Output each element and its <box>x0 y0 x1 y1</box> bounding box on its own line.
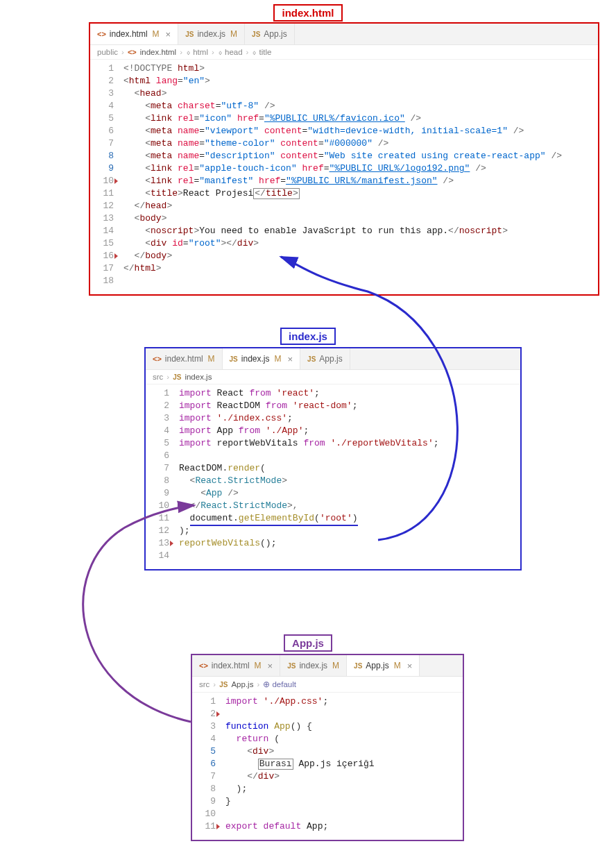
code-line: } <box>225 795 463 808</box>
crumb[interactable]: index.js <box>185 373 212 381</box>
code-line: <div> <box>225 745 463 758</box>
code-area-3[interactable]: 1234567891011 import './App.css';functio… <box>192 693 463 840</box>
close-icon[interactable]: × <box>287 354 293 364</box>
line-number: 13 <box>148 537 169 550</box>
line-number: 8 <box>93 150 114 162</box>
line-numbers-1: 123456789101112131415161718 <box>90 62 119 287</box>
tab-App-js[interactable]: JSApp.jsM× <box>347 655 420 676</box>
line-number: 4 <box>195 733 216 745</box>
line-number: 2 <box>195 708 216 720</box>
code-area-2[interactable]: 1234567891011121314 import React from 'r… <box>146 384 520 569</box>
chevron-right-icon: › <box>257 680 259 688</box>
code-line: import App from './App'; <box>179 425 520 437</box>
tab-index-js[interactable]: JSindex.jsM <box>178 24 245 44</box>
line-number: 18 <box>93 275 114 287</box>
line-number: 10 <box>195 808 216 820</box>
code-line: <meta name="theme-color" content="#00000… <box>123 137 598 150</box>
code-line: Burası App.js içeriği <box>225 758 463 770</box>
tab-App-js[interactable]: JSApp.js <box>300 348 350 369</box>
js-icon: JS <box>354 662 362 670</box>
code-line: import './App.css'; <box>225 695 463 708</box>
crumb[interactable]: ⬨ html <box>186 48 208 56</box>
tabs-2: <>index.htmlMJSindex.jsM×JSApp.js <box>146 348 520 370</box>
code-line: <div id="root"></div> <box>123 237 598 250</box>
tab-index-html[interactable]: <>index.htmlM× <box>192 655 280 676</box>
crumb[interactable]: src <box>153 373 163 381</box>
line-number: 8 <box>195 783 216 795</box>
code-line: import './index.css'; <box>179 412 520 425</box>
js-icon: JS <box>219 681 228 688</box>
code-line: <App /> <box>179 487 520 500</box>
crumb[interactable]: ⬨ title <box>252 48 271 56</box>
tab-index-js[interactable]: JSindex.jsM× <box>223 348 301 369</box>
line-number: 6 <box>93 125 114 137</box>
line-number: 14 <box>93 225 114 237</box>
line-number: 15 <box>93 237 114 250</box>
code-line: <meta charset="utf-8" /> <box>123 100 598 112</box>
crumb[interactable]: ⬨ head <box>218 48 243 56</box>
line-number: 12 <box>93 200 114 212</box>
crumb[interactable]: public <box>97 48 118 56</box>
js-icon: JS <box>252 31 260 38</box>
crumb[interactable]: App.js <box>231 680 253 688</box>
tab-label: index.html <box>212 661 250 670</box>
tab-App-js[interactable]: JSApp.js <box>245 24 295 44</box>
breadcrumb-3: src›JS App.js›⊕ default <box>192 677 463 693</box>
crumb[interactable]: src <box>199 680 209 688</box>
code-line: <noscript>You need to enable JavaScript … <box>123 225 598 237</box>
code-line: <head> <box>123 87 598 100</box>
line-number: 6 <box>148 450 169 462</box>
code-line <box>225 708 463 720</box>
code-line: </body> <box>123 250 598 262</box>
chevron-right-icon: › <box>246 48 249 56</box>
tabs-1: <>index.htmlM×JSindex.jsMJSApp.js <box>90 24 598 45</box>
line-number: 4 <box>93 100 114 112</box>
code-lines-3[interactable]: import './App.css';function App() { retu… <box>221 695 463 833</box>
code-line <box>123 275 598 287</box>
chevron-right-icon: › <box>121 48 124 56</box>
code-lines-1[interactable]: <!DOCTYPE html><html lang="en"> <head> <… <box>119 62 598 287</box>
close-icon[interactable]: × <box>268 661 273 671</box>
html-icon: <> <box>97 30 106 38</box>
code-line: function App() { <box>225 720 463 733</box>
close-icon[interactable]: × <box>166 29 171 40</box>
chevron-right-icon: › <box>166 373 169 381</box>
line-number: 17 <box>93 262 114 275</box>
panel-index-js: <>index.htmlMJSindex.jsM×JSApp.js src›JS… <box>144 347 522 571</box>
tab-index-js[interactable]: JSindex.jsM <box>280 655 347 676</box>
line-numbers-3: 1234567891011 <box>192 695 221 833</box>
line-number: 10 <box>148 500 169 512</box>
html-icon: <> <box>128 48 137 56</box>
js-icon: JS <box>230 355 238 363</box>
label-index-html: index.html <box>273 4 342 22</box>
crumb[interactable]: index.html <box>140 48 176 56</box>
line-number: 11 <box>148 512 169 525</box>
line-number: 2 <box>93 75 114 87</box>
chevron-right-icon: › <box>180 48 182 56</box>
chevron-right-icon: › <box>213 680 216 688</box>
code-line: <link rel="manifest" href="%PUBLIC_URL%/… <box>123 175 598 187</box>
modified-badge: M <box>274 354 281 364</box>
tab-label: App.js <box>366 661 388 670</box>
code-area-1[interactable]: 123456789101112131415161718 <!DOCTYPE ht… <box>90 60 598 294</box>
canvas: index.html <>index.htmlM×JSindex.jsMJSAp… <box>0 0 616 862</box>
modified-badge: M <box>255 661 262 670</box>
code-line: import reportWebVitals from './reportWeb… <box>179 437 520 450</box>
code-lines-2[interactable]: import React from 'react';import ReactDO… <box>175 387 520 562</box>
code-line: ReactDOM.render( <box>179 462 520 475</box>
line-number: 1 <box>93 62 114 75</box>
line-number: 9 <box>195 795 216 808</box>
crumb[interactable]: ⊕ default <box>263 679 296 689</box>
js-icon: JS <box>173 373 181 381</box>
line-number: 2 <box>148 400 169 412</box>
modified-badge: M <box>332 661 339 670</box>
tab-index-html[interactable]: <>index.htmlM× <box>90 24 178 44</box>
line-number: 7 <box>195 770 216 783</box>
panel-index-html: <>index.htmlM×JSindex.jsMJSApp.js public… <box>89 22 599 296</box>
js-icon: JS <box>307 355 316 363</box>
code-line: import ReactDOM from 'react-dom'; <box>179 400 520 412</box>
tab-index-html[interactable]: <>index.htmlM <box>146 348 223 369</box>
close-icon[interactable]: × <box>407 661 413 671</box>
line-number: 3 <box>195 720 216 733</box>
line-number: 11 <box>195 820 216 833</box>
